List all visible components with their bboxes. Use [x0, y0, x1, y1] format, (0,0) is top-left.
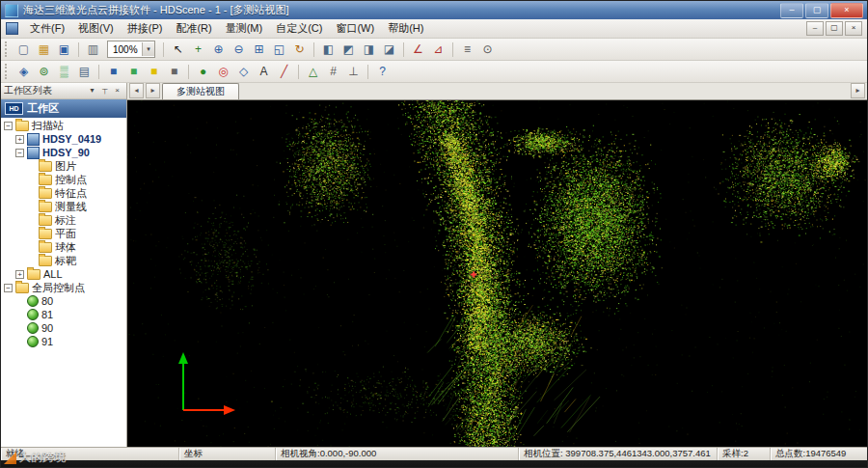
tab-scroll-left-icon[interactable]: ◂ [129, 83, 144, 98]
menu-view[interactable]: 视图(V) [71, 19, 121, 38]
toolbar-separator [78, 42, 79, 57]
toolbar-separator [403, 42, 404, 57]
tree-expander-icon[interactable]: + [15, 270, 24, 279]
minimize-button[interactable]: – [780, 3, 803, 18]
text-label-icon[interactable]: A [254, 62, 274, 81]
tree-item-annotations[interactable]: 标注 [1, 213, 126, 227]
measure-distance-icon[interactable]: ∠ [408, 40, 428, 59]
tree-item-planes[interactable]: 平面 [1, 227, 126, 240]
settings-icon[interactable]: ⊙ [477, 40, 498, 59]
target-tool-icon[interactable]: ◎ [213, 62, 233, 81]
child-restore-button[interactable]: ▢ [826, 21, 843, 36]
tree-item-feature-points[interactable]: 特征点 [1, 186, 126, 200]
sphere-tool-icon[interactable]: ● [193, 62, 213, 81]
tree-item-gcp-91[interactable]: 91 [1, 335, 126, 348]
zoom-combo[interactable]: 100% ▾ [107, 41, 155, 58]
tab-multistation-view[interactable]: 多测站视图 [162, 83, 239, 99]
zoom-fit-icon[interactable]: ◱ [269, 40, 289, 59]
tree-item-label: 80 [41, 295, 53, 307]
child-minimize-button[interactable]: – [806, 21, 824, 36]
tab-scroll-right-icon[interactable]: ▸ [146, 83, 160, 98]
menu-file[interactable]: 文件(F) [23, 19, 71, 38]
triangle-icon[interactable]: △ [303, 62, 323, 81]
display-list-icon[interactable]: ≡ [457, 40, 477, 59]
zoom-out-icon[interactable]: ⊖ [229, 40, 249, 59]
close-icon[interactable]: × [111, 85, 123, 96]
color-gray-icon[interactable]: ■ [164, 62, 184, 81]
tree-item-gcp-80[interactable]: 80 [1, 294, 126, 308]
tree-item-spheres[interactable]: 球体 [1, 240, 126, 254]
select-cursor-icon[interactable]: ↖ [168, 40, 188, 59]
axes-icon[interactable]: ⊥ [343, 62, 364, 81]
tree-item-hdsy-90[interactable]: −HDSY_90 [1, 146, 126, 159]
point-cloud-icon[interactable]: ▒ [54, 62, 74, 81]
menu-customize[interactable]: 自定义(C) [269, 19, 329, 38]
menu-help[interactable]: 帮助(H) [381, 19, 430, 38]
child-close-button[interactable]: × [845, 21, 862, 36]
tree-item-label: 81 [41, 309, 53, 320]
mesh-icon[interactable]: ▤ [74, 62, 95, 81]
tree-item-scan-stations[interactable]: −扫描站 [1, 119, 126, 132]
open-folder-icon[interactable]: ▦ [34, 40, 54, 59]
tree-item-global-control-points[interactable]: −全局控制点 [1, 281, 126, 294]
front-view-icon[interactable]: ◧ [318, 40, 339, 59]
menu-register[interactable]: 配准(R) [169, 19, 218, 38]
new-file-icon[interactable]: ▢ [14, 40, 34, 59]
tree-item-hdsy-0419[interactable]: +HDSY_0419 [1, 132, 126, 146]
side-view-icon[interactable]: ◨ [359, 40, 379, 59]
tree-item-gcp-90[interactable]: 90 [1, 321, 126, 335]
maximize-button[interactable]: ▢ [805, 3, 828, 18]
tree-item-all[interactable]: +ALL [1, 267, 126, 281]
print-icon[interactable]: ▥ [83, 40, 103, 59]
workspace-tree: −扫描站+HDSY_0419−HDSY_90图片控制点特征点测量线标注平面球体标… [1, 118, 126, 447]
menu-window[interactable]: 窗口(W) [329, 19, 381, 38]
workspace-root-item[interactable]: HD 工作区 [1, 99, 126, 118]
tree-item-control-points[interactable]: 控制点 [1, 173, 126, 186]
tree-item-gcp-81[interactable]: 81 [1, 308, 126, 321]
plane-tool-icon[interactable]: ◇ [233, 62, 254, 81]
close-button[interactable]: × [830, 3, 863, 18]
orbit-icon[interactable]: ↻ [289, 40, 310, 59]
tree-item-label: HDSY_90 [42, 147, 90, 158]
tree-item-label: ALL [43, 268, 63, 280]
pan-icon[interactable]: + [188, 40, 208, 59]
polyline-icon[interactable]: ╱ [274, 62, 294, 81]
grid-icon[interactable]: # [323, 62, 343, 81]
tab-overflow-icon[interactable]: ▸ [851, 83, 865, 98]
menu-stitch[interactable]: 拼接(P) [121, 19, 170, 38]
tree-item-label: 控制点 [55, 173, 87, 187]
measure-angle-icon[interactable]: ⊿ [428, 40, 448, 59]
mdi-child-icon[interactable] [6, 22, 18, 35]
folder-icon [15, 121, 29, 131]
view-toolbar-group: ↖+⊕⊖⊞◱↻◧◩◨◪∠⊿≡⊙ [159, 40, 498, 59]
iso-view-icon[interactable]: ◪ [379, 40, 399, 59]
stitch-icon[interactable]: ◈ [14, 62, 34, 81]
color-yellow-icon[interactable]: ■ [144, 62, 164, 81]
tree-item-measure-lines[interactable]: 测量线 [1, 200, 126, 213]
save-icon[interactable]: ▣ [54, 40, 74, 59]
chevron-down-icon[interactable]: ▾ [142, 42, 154, 56]
tree-item-images[interactable]: 图片 [1, 159, 126, 173]
toolbar-grip[interactable] [5, 41, 10, 57]
color-green-icon[interactable]: ■ [123, 62, 144, 81]
tree-expander-icon[interactable]: + [15, 135, 24, 144]
register-icon[interactable]: ⊚ [34, 62, 54, 81]
zoom-in-icon[interactable]: ⊕ [208, 40, 229, 59]
top-view-icon[interactable]: ◩ [339, 40, 359, 59]
tree-expander-icon[interactable]: − [4, 284, 13, 292]
zoom-window-icon[interactable]: ⊞ [249, 40, 269, 59]
help-icon[interactable]: ? [372, 62, 393, 81]
toolbar-grip[interactable] [5, 64, 10, 79]
pin-icon[interactable]: ⊥ [98, 85, 111, 96]
status-camera-position: 相机位置: 399708.375,4461343.000,3757.461 [519, 448, 718, 460]
chevron-down-icon[interactable]: ▾ [86, 85, 98, 96]
tree-expander-icon[interactable]: − [4, 122, 13, 130]
app-icon [5, 4, 18, 17]
folder-icon [39, 242, 52, 253]
tree-item-targets[interactable]: 标靶 [1, 254, 126, 267]
color-blue-icon[interactable]: ■ [103, 62, 123, 81]
menu-measure[interactable]: 量测(M) [219, 19, 270, 38]
workspace-root-label: 工作区 [27, 101, 59, 116]
tree-expander-icon[interactable]: − [15, 149, 24, 157]
tree-item-label: 标靶 [55, 254, 76, 268]
